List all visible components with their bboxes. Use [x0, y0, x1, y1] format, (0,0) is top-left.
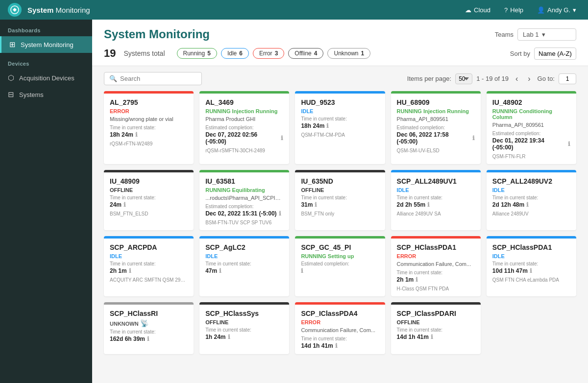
card-status: OFFLINE [205, 319, 283, 325]
info-icon[interactable]: ℹ [530, 267, 532, 274]
system-card[interactable]: IU_63581 RUNNING Equilibrating ...roduct… [199, 170, 289, 230]
card-time-label: Time in current state: [301, 195, 379, 200]
info-icon[interactable]: ℹ [416, 276, 418, 283]
system-card[interactable]: SCP_ALL2489UV1 IDLE Time in current stat… [391, 170, 481, 230]
info-icon[interactable]: ℹ [301, 267, 303, 274]
system-card[interactable]: HU_68909 RUNNING Injection Running Pharm… [391, 91, 481, 164]
info-icon[interactable]: ℹ [281, 135, 283, 142]
teams-selector: Teams Lab 1 ▾ [495, 28, 576, 41]
system-card[interactable]: SCP_GC_45_PI RUNNING Setting up Estimate… [295, 236, 385, 296]
card-time-value: 162d 6h 39m ℹ [110, 335, 188, 342]
prev-page-button[interactable]: ‹ [513, 73, 521, 84]
info-icon[interactable]: ℹ [427, 201, 430, 208]
teams-dropdown[interactable]: Lab 1 ▾ [517, 28, 576, 41]
card-time-value: 2h 1m ℹ [110, 267, 188, 274]
card-footer: BSM-FTN-TUV SCP SP TUV6 [205, 220, 283, 225]
stat-badge-error[interactable]: Error 3 [253, 48, 284, 59]
card-status: RUNNING Setting up [301, 253, 379, 259]
sidebar-item-systems[interactable]: ⊟ Systems [0, 86, 92, 103]
card-time-label: Time in current state: [397, 327, 475, 333]
card-name: IU_635ND [301, 177, 379, 185]
sidebar-item-acquisition[interactable]: ⬡ Acquisition Devices [0, 70, 92, 86]
card-footer: QSM FTN CHA eLambda PDA [492, 277, 570, 283]
info-icon[interactable]: ℹ [326, 122, 329, 129]
info-icon[interactable]: ℹ [135, 131, 138, 138]
search-wrapper[interactable]: 🔍 [104, 72, 202, 85]
card-time-label: Time in current state: [205, 261, 283, 266]
card-time-label: Estimated completion: [205, 125, 283, 130]
card-name: SCP_IClassPDARI [397, 310, 475, 317]
card-name: SCP_IClassPDA4 [301, 310, 379, 317]
info-icon[interactable]: ℹ [431, 334, 433, 340]
card-footer: BSM_FTN only [301, 211, 379, 216]
sidebar-section-dashboards: Dashboards [0, 20, 92, 36]
info-icon[interactable]: ℹ [279, 210, 281, 217]
error-label: Error [259, 50, 272, 57]
info-icon[interactable]: ℹ [568, 141, 570, 147]
offline-label: Offline [294, 50, 311, 57]
help-button[interactable]: ? Help [500, 4, 527, 16]
card-time-value: 31m ℹ [301, 201, 379, 208]
info-icon[interactable]: ℹ [129, 267, 131, 274]
info-icon[interactable]: ℹ [335, 342, 338, 349]
card-status: IDLE [492, 187, 570, 193]
card-name: HU_68909 [397, 98, 475, 106]
system-card[interactable]: HUD_9523 IDLE Time in current state: 18h… [295, 91, 385, 164]
next-page-button[interactable]: › [525, 73, 533, 84]
system-card[interactable]: SCP_IClassPDARI OFFLINE Time in current … [391, 302, 481, 354]
stat-badge-unknown[interactable]: Unknown 1 [327, 48, 370, 59]
stat-badge-running[interactable]: Running 5 [177, 48, 217, 59]
goto-page-input[interactable] [559, 73, 576, 84]
card-name: SCP_ARCPDA [110, 243, 188, 251]
stat-badge-offline[interactable]: Offline 4 [288, 48, 323, 59]
card-status: ERROR [397, 253, 475, 259]
cloud-button[interactable]: ☁ Cloud [461, 4, 494, 16]
card-name: SCP_AgLC2 [205, 243, 283, 251]
card-time-value: 10d 11h 47m ℹ [492, 267, 570, 274]
sort-dropdown[interactable]: Name (A-Z) Name (Z-A) Status [534, 48, 576, 60]
system-card[interactable]: SCP_AgLC2 IDLE Time in current state: 47… [199, 236, 289, 296]
system-card[interactable]: SCP_IClassPDA4 ERROR Communication Failu… [295, 302, 385, 354]
system-card[interactable]: SCP_ARCPDA IDLE Time in current state: 2… [104, 236, 194, 296]
chevron-down-icon: ▾ [542, 31, 545, 38]
system-card[interactable]: SCP_ALL2489UV2 IDLE Time in current stat… [487, 170, 576, 230]
info-icon[interactable]: ℹ [219, 267, 221, 274]
card-time-label: Time in current state: [110, 329, 188, 335]
user-button[interactable]: 👤 Andy G. ▾ [533, 4, 580, 16]
system-card[interactable]: SCP_HClassRI UNKNOWN 📡 Time in current s… [104, 302, 194, 354]
system-card[interactable]: AL_2795 ERROR Missing/wrong plate or via… [104, 91, 194, 164]
info-icon[interactable]: ℹ [123, 201, 126, 208]
info-icon[interactable]: ℹ [147, 335, 149, 342]
info-icon[interactable]: ℹ [315, 201, 317, 208]
system-card[interactable]: IU_635ND OFFLINE Time in current state: … [295, 170, 385, 230]
card-desc: Communication Failure, Com... [301, 327, 379, 333]
system-card[interactable]: SCP_HClassPDA1 ERROR Communication Failu… [391, 236, 481, 296]
system-card[interactable]: SCP_HClassPDA1 IDLE Time in current stat… [487, 236, 576, 296]
card-time-label: Estimated completion: [397, 125, 475, 130]
sidebar-item-system-monitoring[interactable]: ⊞ System Monitoring [0, 36, 92, 53]
per-page-select[interactable]: 50 25 100 [455, 73, 472, 84]
total-label: Systems total [123, 49, 165, 57]
info-icon[interactable]: ℹ [472, 135, 475, 142]
system-card[interactable]: IU_48909 OFFLINE Time in current state: … [104, 170, 194, 230]
card-footer: Alliance 2489UV [492, 211, 570, 216]
stat-badge-idle[interactable]: Idle 6 [221, 48, 249, 59]
system-card[interactable]: IU_48902 RUNNING Conditioning Column Pha… [487, 91, 576, 164]
card-status: IDLE [205, 253, 283, 259]
card-status: IDLE [301, 108, 379, 114]
info-icon[interactable]: ℹ [228, 334, 230, 340]
system-card[interactable]: SCP_HClassSys OFFLINE Time in current st… [199, 302, 289, 354]
info-icon[interactable]: ℹ [526, 201, 529, 208]
system-card[interactable]: AL_3469 RUNNING Injection Running Pharma… [199, 91, 289, 164]
card-status: RUNNING Equilibrating [205, 187, 283, 193]
card-time-label: Estimated completion: [205, 204, 283, 209]
card-name: SCP_HClassPDA1 [397, 243, 475, 251]
card-status: OFFLINE [301, 187, 379, 193]
card-desc: Missing/wrong plate or vial [110, 116, 188, 122]
card-time-value: 18h 24m ℹ [110, 131, 188, 138]
search-input[interactable] [120, 75, 196, 82]
card-time-value: 14d 1h 41m ℹ [397, 334, 475, 340]
card-time-value: 14d 1h 41m ℹ [301, 342, 379, 349]
card-name: IU_63581 [205, 177, 283, 185]
card-name: IU_48902 [492, 98, 570, 106]
